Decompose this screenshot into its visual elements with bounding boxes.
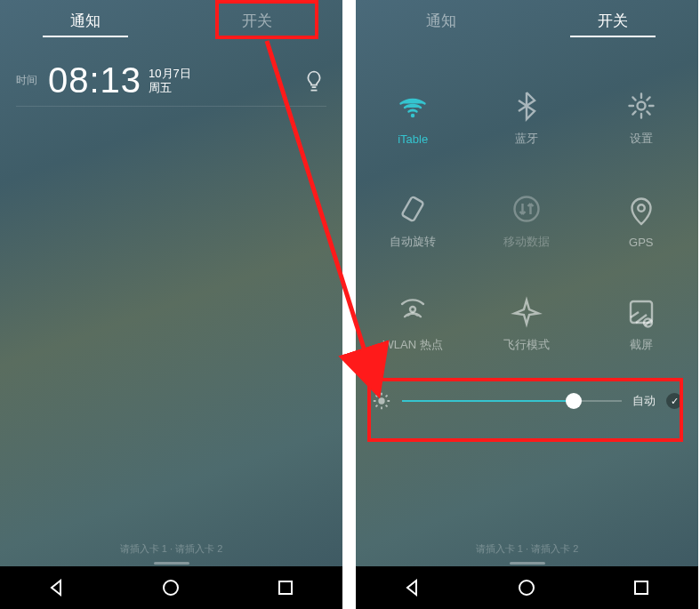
quick-toggle-grid: iTable 蓝牙 设置 自动旋转 移动数据 GPS WLAN 热点 飞行模式	[356, 43, 698, 373]
svg-point-3	[637, 102, 645, 110]
toggle-label: 截屏	[630, 337, 653, 353]
mobiledata-icon	[511, 193, 543, 225]
divider	[16, 106, 326, 107]
toggle-label: 蓝牙	[515, 131, 538, 147]
sim-hint: 请插入卡 1 · 请插入卡 2	[356, 542, 698, 556]
toggle-hotspot[interactable]: WLAN 热点	[356, 276, 470, 373]
nav-bar	[356, 566, 698, 609]
tab-bar: 通知 开关	[356, 0, 698, 43]
weekday-value: 周五	[149, 81, 191, 95]
recent-icon[interactable]	[275, 577, 296, 598]
toggle-wifi[interactable]: iTable	[356, 69, 470, 167]
svg-point-2	[411, 113, 415, 117]
svg-point-0	[164, 581, 178, 595]
toggle-label: iTable	[398, 132, 428, 146]
toggle-bluetooth[interactable]: 蓝牙	[470, 69, 583, 167]
bulb-icon[interactable]	[302, 68, 326, 93]
svg-rect-1	[279, 581, 292, 594]
brightness-slider[interactable]	[402, 400, 622, 402]
home-icon[interactable]	[516, 577, 537, 598]
toggle-autorotate[interactable]: 自动旋转	[356, 172, 470, 270]
toggle-label: 飞行模式	[503, 337, 550, 353]
svg-point-11	[519, 581, 534, 595]
time-value: 08:13	[48, 60, 141, 100]
svg-point-10	[378, 397, 384, 404]
back-icon[interactable]	[46, 577, 68, 598]
toggle-label: 设置	[630, 131, 653, 147]
brightness-icon	[372, 391, 391, 411]
tab-toggles[interactable]: 开关	[527, 0, 699, 43]
recent-icon[interactable]	[631, 577, 652, 598]
bluetooth-icon	[511, 90, 543, 122]
toggle-airplane[interactable]: 飞行模式	[470, 276, 583, 373]
toggle-label: WLAN 热点	[383, 337, 443, 353]
hotspot-icon	[397, 296, 429, 328]
clock-row: 时间 08:13 10月7日 周五	[0, 43, 342, 106]
phone-toggles: 通知 开关 iTable 蓝牙 设置 自动旋转 移动数据 GPS	[356, 0, 698, 609]
svg-rect-4	[402, 196, 424, 221]
brightness-thumb[interactable]	[566, 393, 582, 409]
home-icon[interactable]	[160, 577, 181, 598]
toggle-gps[interactable]: GPS	[584, 172, 698, 270]
tab-toggles[interactable]: 开关	[172, 0, 343, 43]
panel-handle[interactable]	[510, 562, 545, 565]
gps-icon	[625, 195, 657, 227]
nav-bar	[0, 566, 342, 609]
sim-hint: 请插入卡 1 · 请插入卡 2	[0, 542, 342, 556]
brightness-row: 自动 ✓	[372, 391, 682, 411]
brightness-auto-label: 自动	[632, 393, 656, 409]
gear-icon	[625, 90, 657, 122]
svg-rect-12	[635, 581, 648, 594]
svg-point-6	[638, 204, 645, 212]
svg-point-7	[410, 307, 415, 312]
toggle-settings[interactable]: 设置	[584, 69, 698, 167]
brightness-auto-checkbox[interactable]: ✓	[666, 393, 682, 409]
time-label: 时间	[16, 73, 37, 88]
tab-notifications[interactable]: 通知	[0, 0, 172, 43]
date-block: 10月7日 周五	[149, 67, 191, 94]
screenshot-icon	[625, 296, 657, 328]
toggle-mobiledata[interactable]: 移动数据	[470, 172, 583, 270]
toggle-label: 移动数据	[503, 234, 550, 250]
airplane-icon	[511, 296, 543, 328]
toggle-label: GPS	[629, 236, 653, 249]
toggle-label: 自动旋转	[390, 234, 436, 250]
toggle-screenshot[interactable]: 截屏	[584, 276, 698, 373]
tab-notifications[interactable]: 通知	[356, 0, 527, 43]
phone-notifications: 通知 开关 时间 08:13 10月7日 周五 请插入卡 1 · 请插入卡 2	[0, 0, 342, 609]
tab-bar: 通知 开关	[0, 0, 342, 43]
date-value: 10月7日	[149, 67, 191, 81]
rotate-icon	[397, 193, 429, 225]
back-icon[interactable]	[402, 577, 423, 598]
brightness-fill	[402, 400, 574, 402]
svg-point-5	[515, 197, 539, 221]
panel-handle[interactable]	[154, 562, 189, 565]
wifi-icon	[397, 92, 429, 124]
